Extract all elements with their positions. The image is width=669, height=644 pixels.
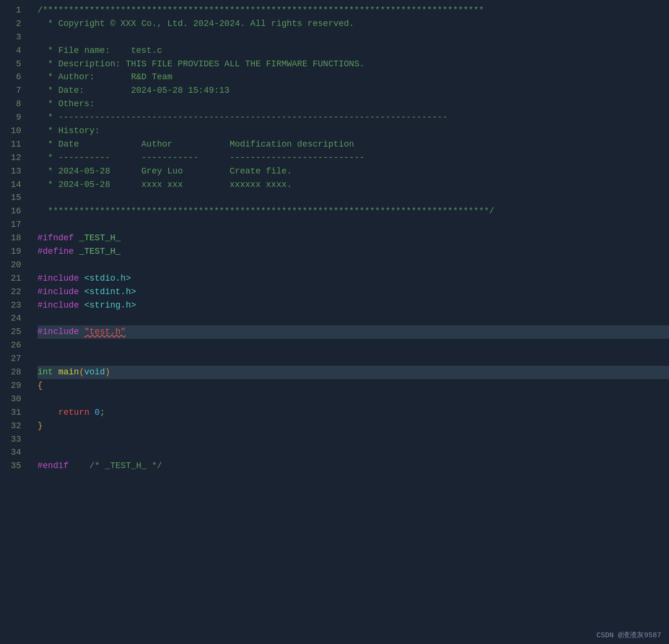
ln-2: 2 — [0, 17, 28, 31]
line-numbers: 1 2 3 4 5 6 7 8 9 10 11 12 13 14 15 16 1… — [0, 0, 28, 644]
ln-22: 22 — [0, 285, 28, 299]
code-line-29: { — [37, 379, 669, 393]
ln-4: 4 — [0, 44, 28, 58]
code-line-14: * 2024-05-28 xxxx xxx xxxxxx xxxx. — [37, 178, 669, 192]
ln-7: 7 — [0, 84, 28, 98]
code-line-8: * Others: — [37, 98, 669, 111]
ln-25: 25 — [0, 325, 28, 339]
ln-9: 9 — [0, 111, 28, 124]
ln-11: 11 — [0, 138, 28, 151]
ln-31: 31 — [0, 406, 28, 420]
code-line-13: * 2024-05-28 Grey Luo Create file. — [37, 165, 669, 178]
ln-5: 5 — [0, 58, 28, 71]
ln-16: 16 — [0, 205, 28, 218]
code-line-31: return 0; — [37, 406, 669, 420]
code-line-5: * Description: THIS FILE PROVIDES ALL TH… — [37, 58, 669, 71]
code-line-24 — [37, 312, 669, 325]
code-line-22: #include <stdint.h> — [37, 285, 669, 299]
code-line-3 — [37, 31, 669, 44]
ln-14: 14 — [0, 178, 28, 192]
footer-label: CSDN @渣渣灰9587 — [589, 627, 669, 644]
code-line-18: #ifndef _TEST_H_ — [37, 232, 669, 245]
ln-33: 33 — [0, 433, 28, 446]
ln-26: 26 — [0, 339, 28, 352]
ln-28: 28 — [0, 366, 28, 379]
ln-1: 1 — [0, 4, 28, 17]
code-line-27 — [37, 352, 669, 366]
code-line-34 — [37, 446, 669, 459]
code-line-7: * Date: 2024-05-28 15:49:13 — [37, 84, 669, 98]
ln-12: 12 — [0, 151, 28, 165]
ln-13: 13 — [0, 165, 28, 178]
ln-3: 3 — [0, 31, 28, 44]
code-line-2: * Copyright © XXX Co., Ltd. 2024-2024. A… — [37, 17, 669, 31]
ln-6: 6 — [0, 71, 28, 84]
ln-32: 32 — [0, 420, 28, 433]
ln-17: 17 — [0, 218, 28, 232]
ln-29: 29 — [0, 379, 28, 393]
code-line-17 — [37, 218, 669, 232]
code-line-6: * Author: R&D Team — [37, 71, 669, 84]
code-line-20 — [37, 259, 669, 272]
code-line-11: * Date Author Modification description — [37, 138, 669, 151]
ln-10: 10 — [0, 124, 28, 138]
code-line-32: } — [37, 420, 669, 433]
ln-8: 8 — [0, 98, 28, 111]
code-line-23: #include <string.h> — [37, 299, 669, 312]
code-line-33 — [37, 433, 669, 446]
ln-35: 35 — [0, 459, 28, 473]
code-line-16: ****************************************… — [37, 205, 669, 218]
code-line-21: #include <stdio.h> — [37, 272, 669, 285]
code-text: /***************************************… — [28, 0, 669, 644]
ln-19: 19 — [0, 245, 28, 259]
code-line-30 — [37, 393, 669, 406]
ln-34: 34 — [0, 446, 28, 459]
ln-24: 24 — [0, 312, 28, 325]
ln-18: 18 — [0, 232, 28, 245]
code-line-9: * --------------------------------------… — [37, 111, 669, 124]
ln-20: 20 — [0, 259, 28, 272]
footer-text: CSDN @渣渣灰9587 — [596, 632, 661, 640]
code-line-12: * ---------- ----------- ---------------… — [37, 151, 669, 165]
code-line-1: /***************************************… — [37, 4, 669, 17]
ln-27: 27 — [0, 352, 28, 366]
code-editor: 1 2 3 4 5 6 7 8 9 10 11 12 13 14 15 16 1… — [0, 0, 669, 644]
ln-30: 30 — [0, 393, 28, 406]
code-line-25: #include "test.h" — [37, 325, 669, 339]
ln-21: 21 — [0, 272, 28, 285]
code-line-19: #define _TEST_H_ — [37, 245, 669, 259]
code-line-35: #endif /* _TEST_H_ */ — [37, 459, 669, 473]
code-line-28: int main(void) — [37, 366, 669, 379]
code-line-4: * File name: test.c — [37, 44, 669, 58]
code-line-10: * History: — [37, 124, 669, 138]
ln-23: 23 — [0, 299, 28, 312]
code-line-26 — [37, 339, 669, 352]
code-line-15 — [37, 191, 669, 205]
ln-15: 15 — [0, 191, 28, 205]
